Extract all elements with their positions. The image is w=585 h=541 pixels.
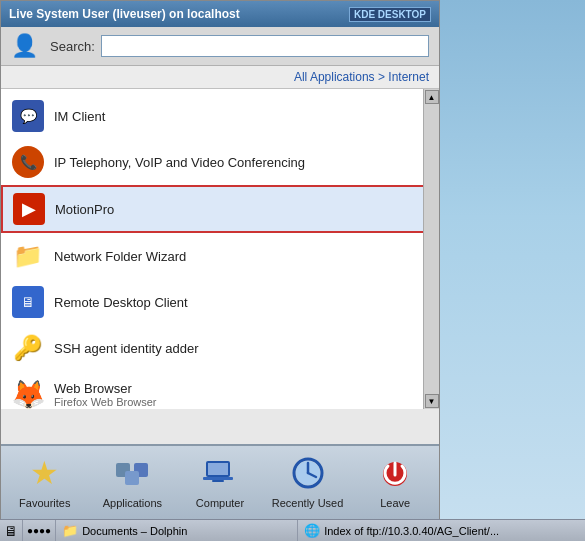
user-icon: 👤 — [11, 33, 38, 59]
kde-badge: KDE DESKTOP — [349, 7, 431, 22]
recently-used-label: Recently Used — [272, 497, 344, 509]
desktop-dots[interactable]: ●●●● — [23, 520, 56, 541]
list-item[interactable]: 📞 IP Telephony, VoIP and Video Conferenc… — [1, 139, 439, 185]
taskbar-item-recently-used[interactable]: Recently Used — [264, 446, 352, 516]
desktop-switcher[interactable]: 🖥 — [0, 520, 23, 541]
list-item[interactable]: 🦊 Web Browser Firefox Web Browser — [1, 371, 439, 409]
ip-telephony-icon: 📞 — [12, 146, 44, 178]
motionpro-name-area: MotionPro — [55, 202, 114, 217]
im-client-icon: 💬 — [12, 100, 44, 132]
search-label: Search: — [50, 39, 95, 54]
rdp-name-area: Remote Desktop Client — [54, 295, 188, 310]
taskbar-item-leave[interactable]: Leave — [351, 446, 439, 516]
network-folder-icon: 📁 — [12, 240, 44, 272]
all-apps-link[interactable]: All Applications — [294, 70, 375, 84]
window-title: Live System User (liveuser) on localhost — [9, 7, 240, 21]
dots-icon: ●●●● — [27, 525, 51, 536]
search-bar: 👤 Search: — [1, 27, 439, 66]
app-name: IM Client — [54, 109, 105, 124]
breadcrumb: All Applications > Internet — [1, 66, 439, 89]
taskbar-item-applications[interactable]: Applications — [89, 446, 177, 516]
favourites-label: Favourites — [19, 497, 70, 509]
motionpro-icon: ▶ — [13, 193, 45, 225]
app-name-area: IP Telephony, VoIP and Video Conferencin… — [54, 155, 305, 170]
title-bar: Live System User (liveuser) on localhost… — [1, 1, 439, 27]
svg-rect-2 — [125, 471, 139, 485]
remote-desktop-icon: 🖥 — [12, 286, 44, 318]
recently-used-icon — [288, 453, 328, 493]
taskbar-item-computer[interactable]: Computer — [176, 446, 264, 516]
leave-label: Leave — [380, 497, 410, 509]
app-list-content: 💬 IM Client 📞 IP Telephony, VoIP and Vid… — [1, 89, 439, 409]
list-item[interactable]: 📁 Network Folder Wizard — [1, 233, 439, 279]
list-item[interactable]: 🔑 SSH agent identity adder — [1, 325, 439, 371]
breadcrumb-current: Internet — [388, 70, 429, 84]
list-item[interactable]: ▶ MotionPro — [1, 185, 439, 233]
network-folder-name-area: Network Folder Wizard — [54, 249, 186, 264]
scroll-down-button[interactable]: ▼ — [425, 394, 439, 408]
search-input[interactable] — [101, 35, 429, 57]
launcher-window: Live System User (liveuser) on localhost… — [0, 0, 440, 520]
applications-label: Applications — [103, 497, 162, 509]
dolphin-icon: 📁 — [62, 523, 78, 538]
scroll-up-button[interactable]: ▲ — [425, 90, 439, 104]
scrollbar: ▲ ▼ — [423, 89, 439, 409]
svg-rect-6 — [212, 480, 224, 482]
dolphin-label: Documents – Dolphin — [82, 525, 187, 537]
ssh-icon: 🔑 — [12, 332, 44, 364]
list-item[interactable]: 🖥 Remote Desktop Client — [1, 279, 439, 325]
ftp-window[interactable]: 🌐 Index of ftp://10.3.0.40/AG_Client/... — [298, 520, 585, 541]
computer-label: Computer — [196, 497, 244, 509]
computer-icon — [200, 453, 240, 493]
breadcrumb-separator: > — [375, 70, 389, 84]
app-list: 💬 IM Client 📞 IP Telephony, VoIP and Vid… — [1, 89, 439, 409]
svg-rect-5 — [203, 477, 233, 480]
desktop-icon: 🖥 — [4, 523, 18, 539]
applications-icon — [112, 453, 152, 493]
leave-icon — [375, 453, 415, 493]
ftp-icon: 🌐 — [304, 523, 320, 538]
firefox-name-area: Web Browser Firefox Web Browser — [54, 381, 157, 408]
search-icon-area: 👤 — [11, 33, 42, 59]
desktop-background — [440, 0, 585, 541]
list-item[interactable]: 💬 IM Client — [1, 93, 439, 139]
svg-rect-4 — [208, 463, 228, 475]
favourites-icon: ★ — [25, 453, 65, 493]
taskbar-item-favourites[interactable]: ★ Favourites — [1, 446, 89, 516]
system-taskbar: 🖥 ●●●● 📁 Documents – Dolphin 🌐 Index of … — [0, 519, 585, 541]
firefox-icon: 🦊 — [12, 378, 44, 409]
ssh-name-area: SSH agent identity adder — [54, 341, 199, 356]
dolphin-window[interactable]: 📁 Documents – Dolphin — [56, 520, 298, 541]
ftp-label: Index of ftp://10.3.0.40/AG_Client/... — [324, 525, 499, 537]
window-taskbar: ★ Favourites Applications — [1, 444, 439, 519]
